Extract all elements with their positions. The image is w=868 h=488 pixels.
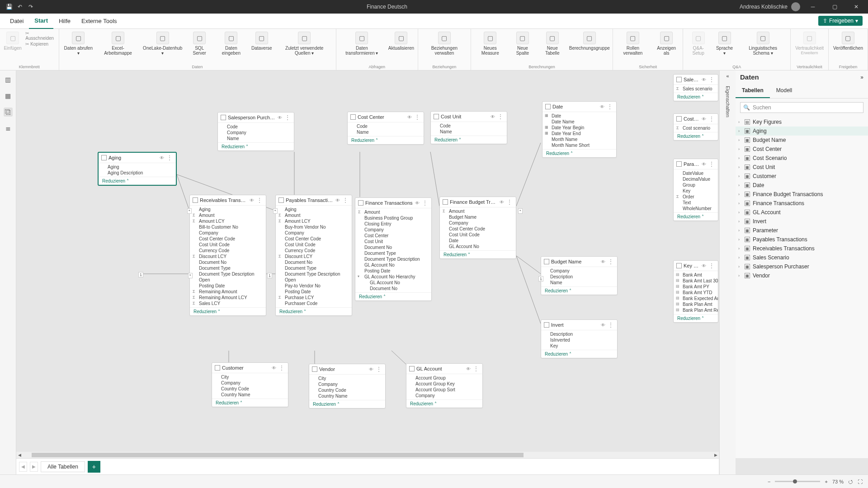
field[interactable]: ΣRemaining Amount LCY <box>190 295 266 300</box>
field[interactable]: ΣCost scenario <box>674 125 718 131</box>
field[interactable]: Name <box>431 129 507 135</box>
scroll-right-icon[interactable]: ▶ <box>712 453 719 457</box>
field[interactable]: ▤Bank Amt YTD <box>674 290 718 296</box>
field[interactable]: ΣAmount LCY <box>190 218 266 224</box>
field[interactable]: ΣSales scenario <box>674 86 718 92</box>
collapse-link[interactable]: Reduzieren ˄ <box>406 399 482 408</box>
table-card-budget[interactable]: Finance Budget Trans…👁⋮ΣAmountBudget Nam… <box>439 197 516 259</box>
ribbon-dataverse[interactable]: ▢Dataverse <box>250 31 273 52</box>
tree-item-sales-scenario[interactable]: ›▦Sales Scenario <box>736 253 868 262</box>
search-input[interactable]: 🔍 Suchen <box>740 102 863 113</box>
field[interactable]: Cost Center Code <box>190 236 266 242</box>
field[interactable]: DateValue <box>674 170 718 176</box>
field[interactable]: ΣPurchase LCY <box>276 295 352 300</box>
visibility-icon[interactable]: 👁 <box>702 162 706 167</box>
fit-to-page-icon[interactable]: ⛶ <box>858 479 863 484</box>
table-card-finance[interactable]: Finance Transactions👁⋮ΣAmountBusiness Po… <box>355 197 432 301</box>
table-card-costunit[interactable]: Cost Unit👁⋮CodeNameReduzieren ˄ <box>430 111 507 144</box>
collapse-link[interactable]: Reduzieren ˄ <box>541 350 617 358</box>
tree-item-cost-unit[interactable]: ›▦Cost Unit <box>736 163 868 172</box>
field[interactable]: ▤Bank Expected Amt <box>674 296 718 301</box>
data-tab-modell[interactable]: Modell <box>770 84 798 98</box>
field[interactable]: Country Name <box>212 392 288 398</box>
tree-item-invert[interactable]: ›▦Invert <box>736 217 868 226</box>
collapse-link[interactable]: Reduzieren ˄ <box>309 400 385 408</box>
model-canvas[interactable]: Aging👁⋮AgingAging DescriptionReduzieren … <box>16 70 719 458</box>
more-icon[interactable]: ⋮ <box>166 155 173 161</box>
menu-datei[interactable]: Datei <box>5 14 29 29</box>
field[interactable]: Company <box>190 230 266 236</box>
ribbon-ver-ffentlichen[interactable]: ▢Veröffentlichen <box>831 31 865 52</box>
visibility-icon[interactable]: 👁 <box>278 115 282 120</box>
ribbon-linguistisches-schema-[interactable]: ▢Linguistisches Schema ▾ <box>738 31 788 56</box>
zoom-slider[interactable] <box>775 481 820 482</box>
more-icon[interactable]: ⋮ <box>506 199 513 205</box>
field[interactable]: Group <box>674 182 718 188</box>
table-card-costcenter[interactable]: Cost Center👁⋮CodeNameReduzieren ˄ <box>347 112 424 145</box>
visibility-icon[interactable]: 👁 <box>702 117 706 122</box>
field[interactable]: Currency Code <box>190 248 266 253</box>
field[interactable]: Code <box>218 124 294 130</box>
canvas-scrollbar-horizontal[interactable]: ◀ ▶ <box>16 452 719 458</box>
visibility-icon[interactable]: 👁 <box>335 198 340 203</box>
tree-item-gl-account[interactable]: ›▦GL Account <box>736 208 868 217</box>
field[interactable]: ΣAmount <box>276 212 352 218</box>
field[interactable]: GL Account No <box>440 244 516 249</box>
field[interactable]: ▤Bank Amt Last 30 D <box>674 278 718 284</box>
field[interactable]: Account Group Key <box>406 381 482 387</box>
field[interactable]: Cost Center Code <box>276 236 352 242</box>
field[interactable]: Description <box>541 331 617 337</box>
scroll-thumb[interactable] <box>32 453 524 457</box>
field[interactable]: Company <box>406 393 482 399</box>
tabs-next-icon[interactable]: ▶ <box>30 462 38 472</box>
zoom-in-button[interactable]: + <box>825 479 827 484</box>
field[interactable]: Document Type <box>190 265 266 271</box>
more-icon[interactable]: ⋮ <box>708 76 715 83</box>
tree-item-payables-transactions[interactable]: ›▦Payables Transactions <box>736 235 868 244</box>
layout-tab[interactable]: Alle Tabellen <box>41 461 85 472</box>
avatar[interactable] <box>791 2 800 11</box>
tree-item-finance-budget-transactions[interactable]: ›▦Finance Budget Transactions <box>736 190 868 199</box>
visibility-icon[interactable]: 👁 <box>702 263 706 268</box>
field[interactable]: Document Type Description <box>276 271 352 277</box>
visibility-icon[interactable]: 👁 <box>601 323 605 328</box>
save-icon[interactable]: 💾 <box>5 3 13 10</box>
field[interactable]: Pay-to Vendor No <box>276 283 352 289</box>
collapse-link[interactable]: Reduzieren ˄ <box>212 399 288 407</box>
more-icon[interactable]: ⋮ <box>708 263 715 269</box>
more-icon[interactable]: ⋮ <box>606 103 613 110</box>
field[interactable]: Business Posting Group <box>355 215 431 221</box>
field[interactable]: ΣAmount <box>355 209 431 215</box>
field[interactable]: Text <box>674 200 718 206</box>
field[interactable]: ΣAmount <box>440 208 516 214</box>
visibility-icon[interactable]: 👁 <box>491 114 495 119</box>
field[interactable]: Buy-from Vendor No <box>276 224 352 230</box>
more-icon[interactable]: ⋮ <box>284 114 291 121</box>
table-card-customer[interactable]: Customer👁⋮CityCompanyCountry CodeCountry… <box>212 362 288 407</box>
field[interactable]: ΣAmount LCY <box>276 218 352 224</box>
close-icon[interactable]: ✕ <box>847 0 865 14</box>
field[interactable]: Posting Date <box>355 268 431 274</box>
maximize-icon[interactable]: ▢ <box>826 0 844 14</box>
visibility-icon[interactable]: 👁 <box>601 259 605 264</box>
field[interactable]: Bill-to Customer No <box>190 224 266 230</box>
field[interactable]: Purchaser Code <box>276 300 352 306</box>
undo-icon[interactable]: ↶ <box>16 3 24 10</box>
ribbon-anzeigen-als[interactable]: ▢Anzeigen als <box>653 31 680 56</box>
more-icon[interactable]: ⋮ <box>607 258 614 265</box>
visibility-icon[interactable]: 👁 <box>466 366 471 371</box>
field[interactable]: Month Name Short <box>542 142 616 148</box>
more-icon[interactable]: ⋮ <box>708 161 715 167</box>
field[interactable]: Name <box>348 129 424 135</box>
ribbon-sql-server[interactable]: ▢SQL Server <box>187 31 212 56</box>
field[interactable]: Cost Unit Code <box>190 242 266 248</box>
more-icon[interactable]: ⋮ <box>414 114 421 120</box>
table-card-invert[interactable]: Invert👁⋮DescriptionIsInvertedKeyReduzier… <box>541 319 618 358</box>
collapse-link[interactable]: Reduzieren ˄ <box>99 177 176 185</box>
redo-icon[interactable]: ↷ <box>27 3 34 10</box>
field[interactable]: GL Account No <box>355 262 431 268</box>
field[interactable]: ▤Bank Amt PY <box>674 284 718 290</box>
table-view-icon[interactable]: ▦ <box>4 91 13 100</box>
field[interactable]: Posting Date <box>190 283 266 289</box>
refresh-icon[interactable]: ⭯ <box>848 479 853 484</box>
